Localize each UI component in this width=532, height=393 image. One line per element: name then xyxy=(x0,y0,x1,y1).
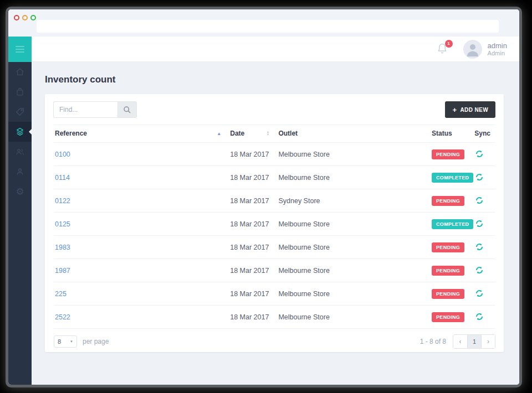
reference-link[interactable]: 225 xyxy=(55,290,66,298)
reference-link[interactable]: 1987 xyxy=(55,267,70,275)
page-button-1[interactable]: 1 xyxy=(467,335,481,348)
range-text: 1 - 8 of 8 xyxy=(420,338,446,345)
notifications-button[interactable]: 1 xyxy=(437,43,449,56)
card-toolbar: + ADD NEW xyxy=(45,94,504,118)
column-header-sync: Sync xyxy=(473,125,495,143)
reference-link[interactable]: 1983 xyxy=(55,244,70,251)
maximize-window-button[interactable] xyxy=(30,15,36,20)
prev-page-button[interactable]: ‹ xyxy=(453,335,467,348)
status-badge: PENDING xyxy=(432,266,464,276)
main-content: Inventory count xyxy=(32,62,519,385)
table-row: 2522 18 Mar 2017 Melbourne Store PENDING xyxy=(54,306,495,329)
sort-asc-icon: ▲ xyxy=(217,131,221,136)
outlet-cell: Sydney Store xyxy=(277,189,431,213)
browser-window: 1 admin Admin xyxy=(6,7,522,387)
next-page-button[interactable]: › xyxy=(481,335,495,348)
status-badge: PENDING xyxy=(432,242,464,252)
column-header-status: Status xyxy=(431,125,473,143)
per-page-control: 8 ▼ per page xyxy=(54,335,109,348)
sidebar-item-home[interactable] xyxy=(8,62,32,82)
table-row: 0114 18 Mar 2017 Melbourne Store COMPLET… xyxy=(54,166,495,189)
bag-icon xyxy=(15,87,25,97)
sidebar-item-customers[interactable] xyxy=(8,142,32,162)
reference-link[interactable]: 0125 xyxy=(55,220,70,228)
sidebar: ⚙ xyxy=(8,62,32,385)
inventory-table: Reference ▲ Date ▲▼ xyxy=(54,125,495,329)
add-new-label: ADD NEW xyxy=(460,107,488,113)
sidebar-item-account[interactable] xyxy=(8,162,32,182)
outlet-cell: Melbourne Store xyxy=(277,306,431,329)
menu-icon xyxy=(16,46,24,54)
user-name: admin xyxy=(488,42,507,50)
sync-button[interactable] xyxy=(474,149,484,159)
user-role: Admin xyxy=(488,50,507,57)
sidebar-item-inventory-count[interactable] xyxy=(8,122,32,142)
sync-button[interactable] xyxy=(474,288,484,298)
per-page-value: 8 xyxy=(58,338,61,345)
status-badge: PENDING xyxy=(432,289,464,299)
date-cell: 18 Mar 2017 xyxy=(229,213,277,236)
sidebar-item-settings[interactable]: ⚙ xyxy=(8,182,32,201)
column-header-reference[interactable]: Reference ▲ xyxy=(54,125,229,143)
date-cell: 18 Mar 2017 xyxy=(229,143,277,166)
user-icon xyxy=(15,167,25,177)
table-row: 0122 18 Mar 2017 Sydney Store PENDING xyxy=(54,189,495,213)
url-bar[interactable] xyxy=(37,20,499,33)
table-header-row: Reference ▲ Date ▲▼ xyxy=(54,125,495,143)
sidebar-item-tags[interactable] xyxy=(8,102,32,122)
search-icon xyxy=(123,106,131,114)
gear-icon: ⚙ xyxy=(16,187,24,196)
per-page-select[interactable]: 8 ▼ xyxy=(54,335,77,348)
tag-icon xyxy=(15,107,25,117)
sort-both-icon: ▲▼ xyxy=(267,131,270,136)
notification-count-badge: 1 xyxy=(445,40,453,48)
reference-link[interactable]: 0100 xyxy=(55,151,70,158)
reference-link[interactable]: 0114 xyxy=(55,174,70,182)
browser-titlebar xyxy=(8,9,519,37)
sidebar-item-products[interactable] xyxy=(8,82,32,102)
sync-button[interactable] xyxy=(474,172,484,182)
user-menu[interactable]: admin Admin xyxy=(463,40,507,59)
date-cell: 18 Mar 2017 xyxy=(229,189,277,213)
sync-button[interactable] xyxy=(474,219,484,229)
minimize-window-button[interactable] xyxy=(22,15,28,20)
status-badge: PENDING xyxy=(432,196,464,206)
outlet-cell: Melbourne Store xyxy=(277,282,431,306)
reference-link[interactable]: 0122 xyxy=(55,197,70,205)
home-icon xyxy=(15,67,25,77)
plus-icon: + xyxy=(452,106,457,113)
search-group xyxy=(53,101,137,118)
reference-header-label: Reference xyxy=(55,130,87,137)
close-window-button[interactable] xyxy=(14,15,19,20)
status-badge: PENDING xyxy=(432,149,464,159)
app-root: 1 admin Admin xyxy=(8,37,519,385)
pagination-zone: 1 - 8 of 8 ‹ 1 › xyxy=(420,334,495,349)
outlet-cell: Melbourne Store xyxy=(277,166,431,189)
table-row: 0125 18 Mar 2017 Melbourne Store COMPLET… xyxy=(54,213,495,236)
app-topbar: 1 admin Admin xyxy=(32,37,519,62)
per-page-label: per page xyxy=(83,338,109,345)
user-info: admin Admin xyxy=(488,42,507,57)
sync-button[interactable] xyxy=(474,195,484,205)
table-row: 1987 18 Mar 2017 Melbourne Store PENDING xyxy=(54,259,495,282)
reference-link[interactable]: 2522 xyxy=(55,313,70,321)
menu-toggle-button[interactable] xyxy=(8,37,32,62)
table-row: 225 18 Mar 2017 Melbourne Store PENDING xyxy=(54,282,495,306)
search-input[interactable] xyxy=(53,101,117,118)
status-badge: COMPLETED xyxy=(432,173,473,183)
date-cell: 18 Mar 2017 xyxy=(229,259,277,282)
sync-button[interactable] xyxy=(474,265,484,275)
date-cell: 18 Mar 2017 xyxy=(229,166,277,189)
table-row: 1983 18 Mar 2017 Melbourne Store PENDING xyxy=(54,236,495,259)
sync-button[interactable] xyxy=(474,312,484,322)
inventory-card: + ADD NEW Reference ▲ xyxy=(45,94,504,352)
add-new-button[interactable]: + ADD NEW xyxy=(445,101,495,118)
page-title: Inventory count xyxy=(45,74,519,85)
status-badge: COMPLETED xyxy=(432,219,473,229)
sync-button[interactable] xyxy=(474,242,484,252)
search-button[interactable] xyxy=(117,101,137,118)
outlet-cell: Melbourne Store xyxy=(277,213,431,236)
column-header-date[interactable]: Date ▲▼ xyxy=(229,125,277,143)
users-icon xyxy=(15,147,25,157)
caret-down-icon: ▼ xyxy=(70,340,73,343)
